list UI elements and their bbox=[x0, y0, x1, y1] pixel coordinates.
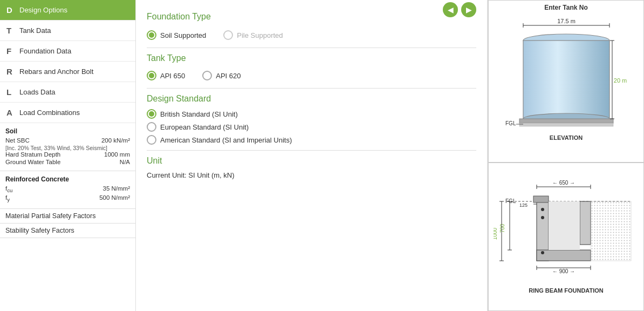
american-standard-radio[interactable] bbox=[147, 135, 156, 145]
api620-option[interactable]: API 620 bbox=[202, 71, 241, 80]
fy-label: fy bbox=[5, 194, 10, 202]
soil-title: Soil bbox=[5, 127, 130, 135]
svg-rect-22 bbox=[591, 201, 631, 261]
svg-text:700: 700 bbox=[499, 224, 505, 233]
svg-text:← 650 →: ← 650 → bbox=[552, 180, 574, 186]
svg-text:FGL: FGL bbox=[505, 120, 516, 126]
svg-rect-20 bbox=[580, 201, 591, 245]
material-safety-factors-btn[interactable]: Material Partial Safety Factors bbox=[0, 209, 135, 224]
api650-label: API 650 bbox=[160, 72, 185, 80]
nav-letter-d: D bbox=[6, 5, 19, 15]
divider-3 bbox=[147, 150, 476, 151]
tank-type-options: API 650 API 620 bbox=[147, 69, 476, 83]
nav-label-rebars: Rebars and Anchor Bolt bbox=[19, 67, 93, 76]
api650-radio[interactable] bbox=[147, 71, 156, 80]
sidebar-item-load-combinations[interactable]: A Load Combinations bbox=[0, 103, 135, 123]
british-standard-radio[interactable] bbox=[147, 109, 156, 119]
pile-supported-label: Pile Supported bbox=[237, 31, 283, 39]
svg-text:1000: 1000 bbox=[494, 227, 498, 240]
svg-rect-21 bbox=[537, 250, 591, 261]
svg-text:20 m: 20 m bbox=[613, 77, 626, 84]
soil-info: Soil Net SBC 200 kN/m² [Inc. 20% Test, 3… bbox=[0, 123, 135, 171]
soil-net-sbc-row: Net SBC 200 kN/m² bbox=[5, 137, 130, 144]
svg-text:17.5 m: 17.5 m bbox=[557, 18, 576, 24]
tank-type-section: Tank Type API 650 API 620 bbox=[147, 53, 476, 83]
fy-value: 500 N/mm² bbox=[99, 194, 130, 202]
fy-row: fy 500 N/mm² bbox=[5, 194, 130, 202]
soil-hard-stratum-label: Hard Stratum Depth bbox=[5, 151, 60, 158]
nav-label-loads-data: Loads Data bbox=[19, 88, 56, 96]
stability-safety-factors-btn[interactable]: Stability Safety Factors bbox=[0, 224, 135, 238]
soil-hard-stratum-row: Hard Stratum Depth 1000 mm bbox=[5, 151, 130, 158]
pile-supported-radio[interactable] bbox=[223, 30, 233, 40]
soil-inc-label: [Inc. 20% Test, 33% Wind, 33% Seismic] bbox=[5, 145, 130, 151]
pile-supported-option[interactable]: Pile Supported bbox=[223, 30, 283, 40]
divider-1 bbox=[147, 48, 476, 48]
design-standard-heading: Design Standard bbox=[147, 94, 476, 104]
elevation-caption: ELEVATION bbox=[550, 134, 583, 141]
american-standard-option[interactable]: American Standard (SI and Imperial Units… bbox=[147, 135, 476, 145]
european-standard-option[interactable]: European Standard (SI Unit) bbox=[147, 122, 476, 132]
ring-beam-diagram-box: FGL ← 650 → 125 bbox=[488, 163, 644, 311]
fcu-label: fcu bbox=[5, 185, 12, 193]
sidebar-item-tank-data[interactable]: T Tank Data bbox=[0, 21, 135, 41]
nav-label-tank-data: Tank Data bbox=[19, 26, 51, 35]
nav-label-foundation-data: Foundation Data bbox=[19, 47, 71, 55]
prev-arrow-button[interactable]: ◀ bbox=[443, 2, 458, 17]
british-standard-option[interactable]: British Standard (SI Unit) bbox=[147, 109, 476, 119]
next-arrow-button[interactable]: ▶ bbox=[461, 2, 476, 17]
nav-arrows: ◀ ▶ bbox=[443, 2, 476, 17]
unit-heading: Unit bbox=[147, 156, 476, 166]
right-panel: Enter Tank No 17.5 m bbox=[488, 0, 644, 311]
api620-label: API 620 bbox=[216, 72, 241, 80]
nav-letter-t: T bbox=[6, 26, 19, 35]
soil-hard-stratum-value: 1000 mm bbox=[104, 151, 130, 158]
sidebar-item-rebars[interactable]: R Rebars and Anchor Bolt bbox=[0, 62, 135, 82]
soil-supported-radio[interactable] bbox=[147, 30, 156, 40]
svg-text:← 900 →: ← 900 → bbox=[552, 268, 574, 274]
nav-letter-r: R bbox=[6, 67, 19, 76]
api620-radio[interactable] bbox=[202, 71, 212, 80]
svg-rect-7 bbox=[519, 119, 613, 123]
divider-2 bbox=[147, 88, 476, 89]
svg-rect-25 bbox=[549, 201, 580, 250]
svg-rect-5 bbox=[523, 40, 609, 119]
european-standard-label: European Standard (SI Unit) bbox=[160, 123, 249, 131]
concrete-title: Reinforced Concrete bbox=[5, 175, 130, 183]
american-standard-label: American Standard (SI and Imperial Units… bbox=[160, 136, 292, 144]
current-unit-text: Current Unit: SI Unit (m, kN) bbox=[147, 171, 476, 179]
soil-gw-table-row: Ground Water Table N/A bbox=[5, 159, 130, 165]
soil-net-sbc-value: 200 kN/m² bbox=[101, 137, 130, 144]
elevation-svg: 17.5 m 20 m bbox=[494, 13, 639, 132]
british-standard-label: British Standard (SI Unit) bbox=[160, 110, 238, 118]
design-standard-section: Design Standard British Standard (SI Uni… bbox=[147, 94, 476, 145]
nav-letter-l: L bbox=[6, 87, 19, 97]
nav-label-load-combinations: Load Combinations bbox=[19, 109, 80, 117]
svg-rect-8 bbox=[519, 123, 613, 126]
elevation-diagram-box: Enter Tank No 17.5 m bbox=[488, 0, 644, 163]
tank-type-heading: Tank Type bbox=[147, 53, 476, 63]
sidebar-item-design-options[interactable]: D Design Options bbox=[0, 0, 135, 21]
design-standard-options: British Standard (SI Unit) European Stan… bbox=[147, 109, 476, 145]
sidebar-item-loads-data[interactable]: L Loads Data bbox=[0, 82, 135, 103]
svg-point-45 bbox=[541, 216, 544, 219]
svg-rect-24 bbox=[533, 196, 549, 202]
main-content: Foundation Type ◀ ▶ Soil Supported Pile … bbox=[136, 0, 488, 311]
soil-supported-option[interactable]: Soil Supported bbox=[147, 30, 206, 40]
sidebar: D Design Options T Tank Data F Foundatio… bbox=[0, 0, 136, 311]
nav-letter-f: F bbox=[6, 46, 19, 56]
unit-section: Unit Current Unit: SI Unit (m, kN) bbox=[147, 156, 476, 179]
foundation-type-section: Foundation Type ◀ ▶ Soil Supported Pile … bbox=[147, 9, 476, 42]
svg-text:125: 125 bbox=[519, 202, 527, 208]
ring-beam-svg: FGL ← 650 → 125 bbox=[494, 166, 639, 285]
european-standard-radio[interactable] bbox=[147, 122, 156, 132]
fcu-value: 35 N/mm² bbox=[103, 185, 130, 193]
sidebar-item-foundation-data[interactable]: F Foundation Data bbox=[0, 41, 135, 62]
foundation-type-header: Foundation Type ◀ ▶ bbox=[147, 9, 476, 27]
foundation-type-heading: Foundation Type bbox=[147, 12, 211, 22]
soil-gw-table-value: N/A bbox=[120, 159, 130, 165]
ring-beam-caption: RING BEAM FOUNDATION bbox=[529, 287, 604, 294]
api650-option[interactable]: API 650 bbox=[147, 71, 185, 80]
soil-gw-table-label: Ground Water Table bbox=[5, 159, 60, 165]
nav-label-design-options: Design Options bbox=[19, 6, 67, 14]
